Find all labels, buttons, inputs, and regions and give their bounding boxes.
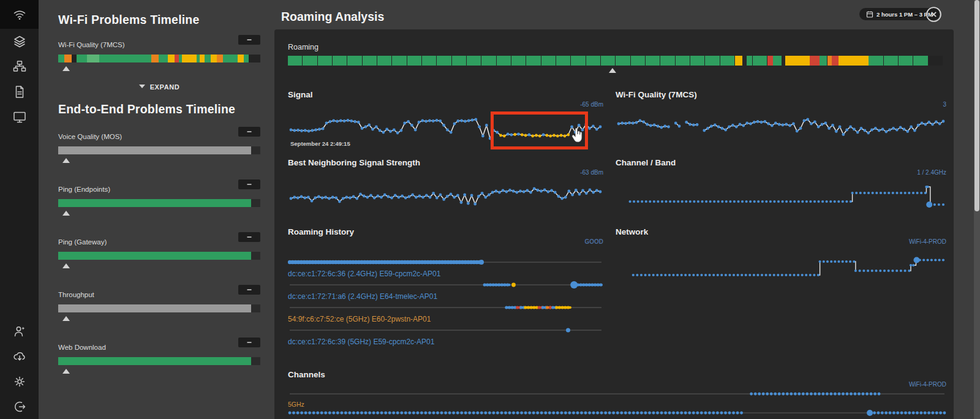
- scrollbar-thumb[interactable]: [974, 0, 979, 211]
- topology-icon[interactable]: [0, 54, 39, 79]
- timeline-bar[interactable]: [58, 199, 260, 207]
- roaming-segment: [333, 56, 347, 66]
- cloud-download-icon[interactable]: [0, 344, 39, 369]
- timeline-row: Ping (Endpoints): [58, 185, 260, 216]
- roaming-segment: [753, 56, 767, 66]
- timeline-fill: [58, 199, 251, 207]
- roaming-history-row: 54:9f:c6:c7:52:ce (5GHz) E60-2pwstn-AP01: [288, 303, 603, 324]
- roaming-history-rows: dc:ce:c1:72:6c:36 (2.4GHz) E59-cpcm2c-AP…: [288, 258, 603, 347]
- collapse-button[interactable]: [238, 179, 260, 189]
- timeline-row-wifi-quality: Wi-Fi Quality (7MCS): [58, 40, 260, 71]
- timeline-segment: [72, 55, 77, 62]
- roaming-analysis-card: Roaming Signal -65 dBm September 24 2: [274, 29, 954, 419]
- collapse-button[interactable]: [238, 127, 260, 137]
- page-title: Roaming Analysis: [281, 10, 384, 24]
- timeline-tail: [251, 252, 260, 260]
- network-chart-cell: Network WiFi-4-PROD: [616, 222, 946, 349]
- monitor-icon[interactable]: [0, 104, 39, 129]
- ap-link[interactable]: dc:ce:c1:72:6c:36 (2.4GHz) E59-cpcm2c-AP…: [288, 270, 603, 279]
- wifi-quality-chart[interactable]: [616, 110, 946, 145]
- chart-title: Wi-Fi Quality (7MCS): [616, 89, 946, 100]
- charts-grid: Signal -65 dBm September 24 2:49:15 Wi-F…: [288, 85, 946, 349]
- admin-user-icon[interactable]: [0, 319, 39, 344]
- wifi-icon[interactable]: [0, 0, 39, 29]
- network-chart[interactable]: [616, 251, 946, 286]
- settings-icon[interactable]: [0, 369, 39, 394]
- roaming-segment: [913, 56, 927, 66]
- timeline-bar[interactable]: [58, 357, 260, 365]
- scrollbar-track[interactable]: [974, 0, 980, 419]
- signal-chart-wrap: September 24 2:49:15: [288, 110, 603, 145]
- calendar-icon: [866, 10, 873, 18]
- roaming-segment: [377, 56, 391, 66]
- best-neighbor-chart-cell: Best Neighboring Signal Strength -63 dBm: [288, 153, 603, 213]
- timeline-segment: [87, 55, 99, 62]
- roaming-history-row: dc:ce:c1:72:6c:39 (5GHz) E59-cpcm2c-AP01: [288, 326, 603, 347]
- report-icon[interactable]: [0, 79, 39, 104]
- channel-band-chart[interactable]: [616, 178, 946, 213]
- roaming-segment: [452, 56, 466, 66]
- wifi-quality-chart-cell: Wi-Fi Quality (7MCS) 3: [616, 85, 946, 145]
- timeline-segment: [244, 55, 249, 62]
- ap-link[interactable]: dc:ce:c1:72:6c:39 (5GHz) E59-cpcm2c-AP01: [288, 338, 603, 347]
- roaming-segment: [810, 56, 820, 66]
- position-marker: [609, 68, 616, 73]
- roaming-segment: [869, 56, 883, 66]
- logout-icon[interactable]: [0, 394, 39, 419]
- roaming-segment: [690, 56, 704, 66]
- roaming-segment: [541, 56, 556, 66]
- ap-link[interactable]: 54:9f:c6:c7:52:ce (5GHz) E60-2pwstn-AP01: [288, 315, 603, 324]
- channel-row: 2.4GHz: [288, 409, 946, 419]
- close-button[interactable]: [925, 6, 942, 23]
- hover-timestamp: September 24 2:49:15: [290, 140, 350, 147]
- track-chart[interactable]: [288, 390, 946, 398]
- roaming-timeline-bar[interactable]: [288, 56, 943, 66]
- chart-latest-value: -65 dBm: [288, 101, 603, 108]
- timeline-bar[interactable]: [58, 304, 260, 312]
- best-neighbor-chart[interactable]: [288, 178, 603, 213]
- timeline-segment: [211, 55, 217, 62]
- track-chart[interactable]: [288, 303, 603, 312]
- e2e-problems-title: End-to-End Problems Timeline: [58, 102, 260, 116]
- position-marker: [62, 316, 70, 321]
- timeline-tail: [251, 199, 260, 207]
- roaming-history-cell: Roaming History GOOD dc:ce:c1:72:6c:36 (…: [288, 222, 603, 349]
- timeline-bar[interactable]: [58, 252, 260, 260]
- track-chart[interactable]: [288, 281, 603, 289]
- roaming-segment: [742, 56, 747, 66]
- roaming-rating: GOOD: [288, 238, 603, 246]
- timeline-segment: [58, 55, 64, 62]
- roaming-segment: [303, 56, 317, 66]
- timeline-segment: [182, 55, 197, 62]
- roaming-segment: [676, 56, 690, 66]
- expand-label: EXPAND: [150, 83, 180, 91]
- expand-button[interactable]: EXPAND: [58, 83, 260, 91]
- track-chart[interactable]: [288, 326, 603, 334]
- layers-icon[interactable]: [0, 29, 39, 54]
- collapse-button[interactable]: [238, 35, 260, 45]
- chart-title: Network: [616, 227, 946, 237]
- timeline-segment: [217, 55, 223, 62]
- nav-rail: [0, 0, 39, 419]
- track-chart[interactable]: [288, 409, 946, 417]
- timeline-tail: [251, 146, 260, 154]
- position-marker: [62, 158, 70, 163]
- collapse-button[interactable]: [238, 232, 260, 242]
- timeline-tail: [251, 357, 260, 365]
- roaming-segment: [747, 56, 752, 66]
- timeline-fill: [58, 304, 251, 312]
- roaming-marker-row: [288, 66, 943, 74]
- track-chart[interactable]: [288, 258, 603, 266]
- ap-link[interactable]: dc:ce:c1:72:71:a6 (2.4GHz) E64-tmelec-AP…: [288, 292, 603, 301]
- chart-latest-value: 1 / 2.4GHz: [616, 169, 946, 176]
- timeline-bar[interactable]: [58, 146, 260, 154]
- roaming-segment: [660, 56, 674, 66]
- collapse-button[interactable]: [238, 285, 260, 295]
- timeline-segment: [175, 55, 179, 62]
- roaming-segment: [556, 56, 570, 66]
- wifi-quality-timeline-bar[interactable]: [58, 55, 260, 62]
- collapse-button[interactable]: [238, 338, 260, 347]
- roaming-segment: [793, 56, 810, 66]
- roaming-segment: [422, 56, 436, 66]
- roaming-segment: [347, 56, 361, 66]
